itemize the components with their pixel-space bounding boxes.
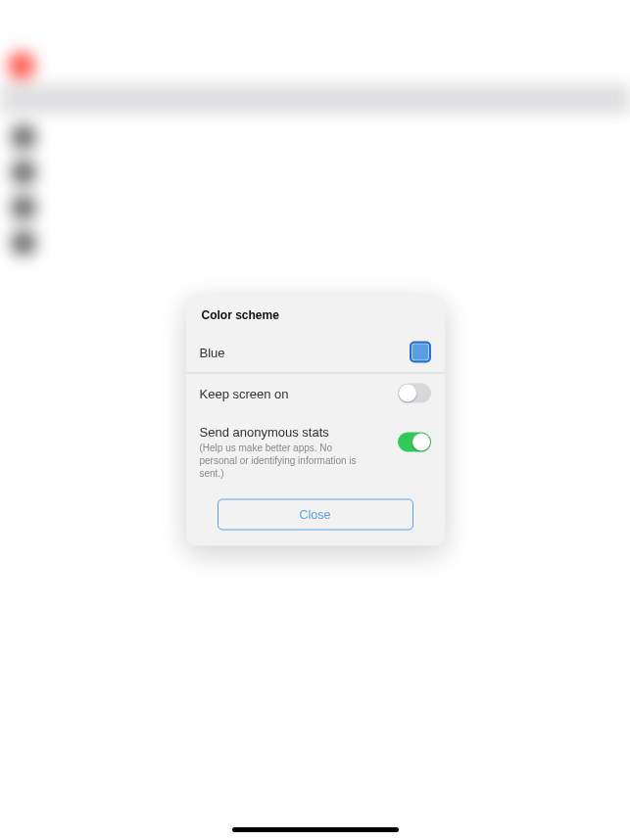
anonymous-stats-text: Send anonymous stats (Help us make bette… <box>200 425 366 480</box>
anonymous-stats-label: Send anonymous stats <box>200 425 366 440</box>
bg-header <box>0 47 630 84</box>
anonymous-stats-row: Send anonymous stats (Help us make bette… <box>186 413 445 490</box>
close-button-wrap: Close <box>186 490 445 546</box>
bg-app-icon <box>8 52 35 79</box>
bg-row <box>0 225 630 260</box>
toggle-knob <box>399 385 416 402</box>
section-title-color-scheme: Color scheme <box>186 295 445 332</box>
color-scheme-label: Blue <box>200 345 225 359</box>
color-scheme-row[interactable]: Blue <box>186 332 445 373</box>
bg-row <box>0 155 630 190</box>
color-swatch-icon <box>410 342 431 363</box>
anonymous-stats-toggle[interactable] <box>398 433 431 452</box>
close-button[interactable]: Close <box>218 499 413 531</box>
settings-modal: Color scheme Blue Keep screen on Send an… <box>186 295 445 546</box>
keep-screen-on-row: Keep screen on <box>186 374 445 413</box>
toggle-knob <box>412 434 430 451</box>
home-indicator <box>232 827 399 832</box>
anonymous-stats-sub: (Help us make better apps. No personal o… <box>200 442 366 480</box>
keep-screen-on-toggle[interactable] <box>398 384 431 403</box>
bg-row <box>0 119 630 155</box>
keep-screen-on-label: Keep screen on <box>200 386 289 400</box>
bg-section-header <box>0 84 630 114</box>
bg-row <box>0 190 630 225</box>
